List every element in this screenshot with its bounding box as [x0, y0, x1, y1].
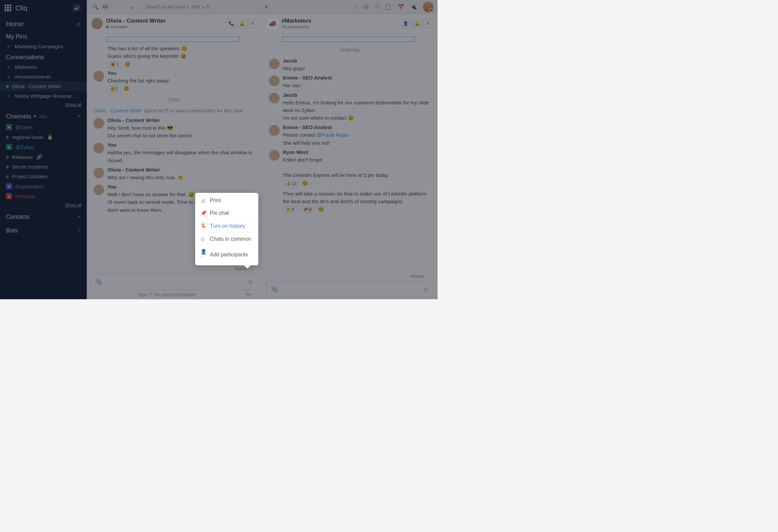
print-icon: 🖨 [201, 198, 206, 204]
actions-menu: 🖨Print 📌Pin chat 🪑Turn on history ◎Chats… [195, 193, 258, 265]
pin-icon: 📌 [201, 210, 206, 216]
menu-pin-chat[interactable]: 📌Pin chat [195, 207, 258, 219]
common-icon: ◎ [201, 236, 206, 242]
menu-turn-on-history[interactable]: 🪑Turn on history [195, 219, 258, 233]
menu-add-participants[interactable]: 👤⁺Add participants [195, 245, 258, 264]
history-icon: 🪑 [201, 223, 206, 229]
menu-chats-in-common[interactable]: ◎Chats in common [195, 233, 258, 245]
add-person-icon: 👤⁺ [201, 249, 206, 261]
menu-print[interactable]: 🖨Print [195, 194, 258, 207]
